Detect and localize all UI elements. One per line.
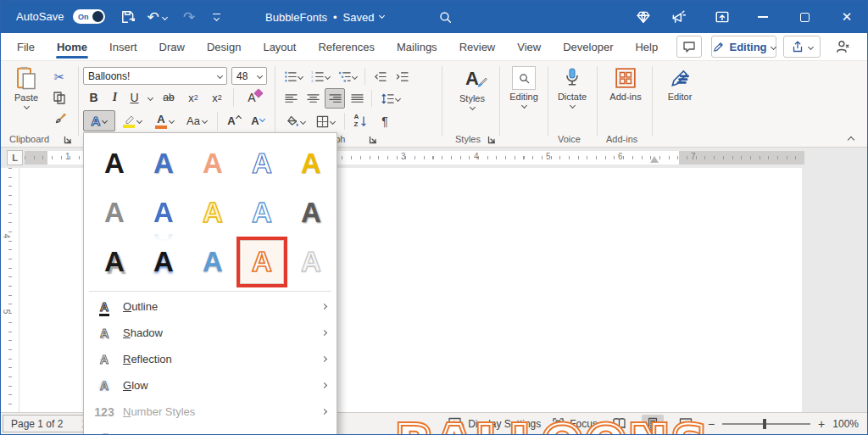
tab-layout[interactable]: Layout (252, 33, 307, 60)
font-color-button[interactable]: A (149, 110, 180, 131)
effect-style-option[interactable]: A (191, 240, 235, 284)
vertical-ruler[interactable]: 4 5 (1, 168, 19, 412)
tab-help[interactable]: Help (624, 33, 669, 60)
tab-home[interactable]: Home (46, 33, 98, 60)
align-center-button[interactable] (303, 88, 323, 109)
shrink-font-button[interactable]: A (247, 110, 269, 131)
effect-style-option[interactable]: A (289, 142, 333, 186)
collapse-ribbon-button[interactable] (848, 137, 854, 143)
borders-button[interactable] (311, 111, 340, 131)
superscript-button[interactable]: x2 (206, 87, 228, 108)
effect-style-option[interactable]: A (92, 240, 136, 284)
tab-mailings[interactable]: Mailings (386, 33, 448, 60)
people-button[interactable] (830, 36, 855, 58)
effect-style-option[interactable]: A (142, 142, 186, 186)
increase-indent-button[interactable] (392, 67, 412, 86)
effect-style-option-selected[interactable]: A (240, 240, 284, 284)
feedback-button[interactable] (667, 8, 689, 26)
grow-font-button[interactable]: A (223, 110, 245, 131)
multilevel-list-button[interactable] (335, 67, 360, 86)
effect-style-option[interactable]: A (142, 240, 186, 284)
tab-insert[interactable]: Insert (98, 33, 148, 60)
menu-item-reflection[interactable]: A Reflection (84, 346, 337, 372)
menu-item-number-styles[interactable]: 123 Number Styles (84, 399, 337, 425)
styles-dialog-launcher[interactable] (487, 136, 496, 144)
strikethrough-button[interactable]: ab (157, 87, 181, 108)
maximize-button[interactable] (792, 1, 817, 33)
tab-developer[interactable]: Developer (552, 33, 624, 60)
comments-button[interactable] (676, 36, 702, 58)
effect-style-option[interactable]: A (142, 191, 186, 235)
format-painter-button[interactable] (48, 109, 70, 127)
zoom-in-button[interactable]: + (818, 417, 825, 431)
change-case-button[interactable]: Aa (181, 110, 212, 131)
tab-review[interactable]: Review (448, 33, 507, 60)
zoom-slider-thumb[interactable] (763, 419, 766, 429)
menu-item-outline[interactable]: A Outline (84, 293, 337, 320)
clear-formatting-button[interactable]: A (239, 87, 264, 108)
tab-references[interactable]: References (307, 33, 385, 60)
dictate-button[interactable]: Dictate (553, 66, 592, 108)
effect-style-option[interactable]: A (240, 142, 284, 186)
italic-button[interactable]: I (106, 87, 124, 108)
editor-button[interactable]: Editor (659, 66, 701, 102)
share-button[interactable] (783, 36, 821, 58)
menu-item-ligatures[interactable]: fi Ligatures (84, 425, 337, 435)
addins-button[interactable]: Add-ins (604, 66, 648, 102)
tab-design[interactable]: Design (196, 33, 252, 60)
save-button[interactable] (118, 8, 138, 26)
tab-draw[interactable]: Draw (148, 33, 196, 60)
highlight-color-button[interactable] (117, 110, 147, 131)
align-right-button[interactable] (325, 88, 345, 109)
minimize-button[interactable] (750, 1, 776, 33)
show-hide-marks-button[interactable]: ¶ (375, 111, 395, 131)
close-button[interactable]: ✕ (834, 1, 860, 33)
undo-button[interactable]: ↶ (143, 8, 170, 26)
font-name-combobox[interactable]: Balloons! (83, 67, 227, 85)
tab-view[interactable]: View (506, 33, 552, 60)
align-left-button[interactable] (281, 88, 301, 109)
premium-button[interactable] (632, 8, 654, 26)
sort-button[interactable]: A Z (349, 111, 373, 131)
editing-mode-dropdown[interactable]: Editing (711, 36, 776, 58)
paragraph-dialog-launcher[interactable] (369, 136, 377, 144)
right-indent-marker[interactable] (650, 156, 659, 163)
menu-item-shadow[interactable]: A Shadow (84, 320, 337, 346)
zoom-slider[interactable] (722, 423, 810, 425)
line-spacing-button[interactable] (376, 88, 405, 109)
effect-style-option[interactable]: A (289, 240, 333, 284)
zoom-level[interactable]: 100% (832, 418, 859, 430)
underline-button[interactable]: U (125, 87, 143, 108)
shading-button[interactable] (281, 111, 309, 131)
effect-style-option[interactable]: A (191, 191, 235, 235)
document-title-menu[interactable]: BubbleFonts • Saved (265, 1, 384, 33)
effect-style-option[interactable]: A (191, 142, 235, 186)
styles-button[interactable]: A Styles (448, 66, 496, 109)
cut-button[interactable]: ✂ (48, 68, 70, 86)
numbered-list-button[interactable]: 123 (308, 67, 333, 86)
clipboard-dialog-launcher[interactable] (64, 136, 72, 144)
subscript-button[interactable]: x2 (182, 87, 204, 108)
document-text[interactable]: BALLOONS BALLOONS BALLOONS (398, 419, 711, 435)
search-button[interactable] (435, 8, 455, 26)
bold-button[interactable]: B (83, 87, 104, 108)
editing-group-button[interactable]: Editing (504, 66, 543, 108)
customize-quick-access-button[interactable] (206, 8, 226, 26)
tab-file[interactable]: File (6, 33, 46, 60)
decrease-indent-button[interactable] (370, 67, 390, 86)
justify-button[interactable] (347, 88, 367, 109)
menu-item-glow[interactable]: A Glow (84, 372, 337, 399)
effect-style-option[interactable]: A (92, 191, 136, 235)
ribbon-display-button[interactable] (711, 8, 733, 26)
effect-style-option[interactable]: A (92, 142, 136, 186)
copy-button[interactable] (48, 88, 70, 107)
font-size-combobox[interactable]: 48 (231, 67, 267, 85)
autosave-toggle[interactable]: On (73, 9, 105, 24)
effect-style-option[interactable]: A (240, 191, 284, 235)
tab-selector-button[interactable]: L (7, 150, 23, 165)
effect-style-option[interactable]: A (289, 191, 333, 235)
redo-button[interactable]: ↷ (179, 8, 199, 26)
page-indicator[interactable]: Page 1 of 2 (11, 418, 63, 430)
bullet-list-button[interactable] (281, 67, 306, 86)
text-effects-button[interactable]: A (83, 110, 115, 131)
